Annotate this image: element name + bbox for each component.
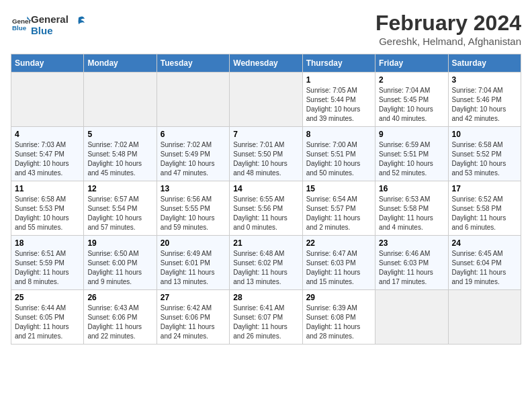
- day-content: Sunrise: 6:57 AMSunset: 5:54 PMDaylight:…: [87, 195, 152, 232]
- calendar-header-row: SundayMondayTuesdayWednesdayThursdayFrid…: [11, 54, 521, 73]
- day-content: Sunrise: 6:43 AMSunset: 6:06 PMDaylight:…: [87, 304, 152, 341]
- day-content: Sunrise: 7:02 AMSunset: 5:49 PMDaylight:…: [161, 140, 226, 178]
- weekday-header-sunday: Sunday: [11, 54, 84, 73]
- day-number: 7: [233, 130, 298, 139]
- day-number: 17: [452, 184, 517, 193]
- day-content: Sunrise: 6:41 AMSunset: 6:07 PMDaylight:…: [233, 304, 298, 341]
- day-content: Sunrise: 6:50 AMSunset: 6:00 PMDaylight:…: [87, 249, 152, 287]
- day-content: Sunrise: 7:05 AMSunset: 5:44 PMDaylight:…: [306, 86, 371, 124]
- day-content: Sunrise: 6:48 AMSunset: 6:02 PMDaylight:…: [233, 249, 298, 287]
- logo: General Blue General Blue: [11, 13, 86, 37]
- calendar-cell: 4Sunrise: 7:03 AMSunset: 5:47 PMDaylight…: [11, 127, 84, 181]
- calendar-cell: [11, 73, 84, 127]
- day-number: 6: [161, 130, 226, 139]
- day-number: 14: [233, 184, 298, 193]
- logo-line1: General: [31, 13, 69, 25]
- day-number: 16: [379, 184, 444, 193]
- calendar-cell: 26Sunrise: 6:43 AMSunset: 6:06 PMDayligh…: [84, 290, 157, 345]
- day-content: Sunrise: 6:58 AMSunset: 5:53 PMDaylight:…: [15, 195, 80, 232]
- day-content: Sunrise: 6:39 AMSunset: 6:08 PMDaylight:…: [306, 304, 371, 341]
- calendar-cell: [375, 290, 448, 345]
- weekday-header-tuesday: Tuesday: [157, 54, 229, 73]
- day-content: Sunrise: 6:47 AMSunset: 6:03 PMDaylight:…: [306, 249, 371, 287]
- day-content: Sunrise: 7:04 AMSunset: 5:46 PMDaylight:…: [452, 86, 517, 124]
- calendar-table: SundayMondayTuesdayWednesdayThursdayFrid…: [11, 54, 521, 345]
- day-content: Sunrise: 6:55 AMSunset: 5:56 PMDaylight:…: [233, 195, 298, 232]
- calendar-cell: 27Sunrise: 6:42 AMSunset: 6:06 PMDayligh…: [157, 290, 229, 345]
- day-content: Sunrise: 6:56 AMSunset: 5:55 PMDaylight:…: [161, 195, 226, 232]
- calendar-cell: 19Sunrise: 6:50 AMSunset: 6:00 PMDayligh…: [84, 236, 157, 290]
- day-number: 3: [452, 75, 517, 85]
- day-content: Sunrise: 6:51 AMSunset: 5:59 PMDaylight:…: [15, 249, 80, 287]
- calendar-cell: 18Sunrise: 6:51 AMSunset: 5:59 PMDayligh…: [11, 236, 84, 290]
- day-number: 29: [306, 293, 371, 302]
- calendar-cell: 21Sunrise: 6:48 AMSunset: 6:02 PMDayligh…: [230, 236, 302, 290]
- calendar-week-1: 1Sunrise: 7:05 AMSunset: 5:44 PMDaylight…: [11, 73, 521, 127]
- calendar-cell: 7Sunrise: 7:01 AMSunset: 5:50 PMDaylight…: [230, 127, 302, 181]
- day-number: 12: [87, 184, 152, 193]
- day-content: Sunrise: 6:52 AMSunset: 5:58 PMDaylight:…: [452, 195, 517, 232]
- day-number: 23: [379, 238, 444, 248]
- calendar-cell: 13Sunrise: 6:56 AMSunset: 5:55 PMDayligh…: [157, 181, 229, 236]
- calendar-cell: 14Sunrise: 6:55 AMSunset: 5:56 PMDayligh…: [230, 181, 302, 236]
- calendar-cell: 12Sunrise: 6:57 AMSunset: 5:54 PMDayligh…: [84, 181, 157, 236]
- calendar-cell: 22Sunrise: 6:47 AMSunset: 6:03 PMDayligh…: [302, 236, 375, 290]
- day-content: Sunrise: 7:03 AMSunset: 5:47 PMDaylight:…: [15, 140, 80, 178]
- weekday-header-saturday: Saturday: [448, 54, 521, 73]
- day-content: Sunrise: 6:58 AMSunset: 5:52 PMDaylight:…: [452, 140, 517, 178]
- calendar-week-5: 25Sunrise: 6:44 AMSunset: 6:05 PMDayligh…: [11, 290, 521, 345]
- calendar-week-4: 18Sunrise: 6:51 AMSunset: 5:59 PMDayligh…: [11, 236, 521, 290]
- day-number: 19: [87, 238, 152, 248]
- day-number: 11: [15, 184, 80, 193]
- day-content: Sunrise: 7:00 AMSunset: 5:51 PMDaylight:…: [306, 140, 371, 178]
- day-content: Sunrise: 6:54 AMSunset: 5:57 PMDaylight:…: [306, 195, 371, 232]
- calendar-cell: 8Sunrise: 7:00 AMSunset: 5:51 PMDaylight…: [302, 127, 375, 181]
- day-content: Sunrise: 6:49 AMSunset: 6:01 PMDaylight:…: [161, 249, 226, 287]
- day-number: 22: [306, 238, 371, 248]
- calendar-cell: 16Sunrise: 6:53 AMSunset: 5:58 PMDayligh…: [375, 181, 448, 236]
- day-content: Sunrise: 6:46 AMSunset: 6:03 PMDaylight:…: [379, 249, 444, 287]
- weekday-header-wednesday: Wednesday: [230, 54, 302, 73]
- calendar-cell: 11Sunrise: 6:58 AMSunset: 5:53 PMDayligh…: [11, 181, 84, 236]
- day-content: Sunrise: 6:59 AMSunset: 5:51 PMDaylight:…: [379, 140, 444, 178]
- day-content: Sunrise: 7:01 AMSunset: 5:50 PMDaylight:…: [233, 140, 298, 178]
- calendar-cell: 3Sunrise: 7:04 AMSunset: 5:46 PMDaylight…: [448, 73, 521, 127]
- calendar-cell: 2Sunrise: 7:04 AMSunset: 5:45 PMDaylight…: [375, 73, 448, 127]
- calendar-cell: 1Sunrise: 7:05 AMSunset: 5:44 PMDaylight…: [302, 73, 375, 127]
- day-number: 27: [161, 293, 226, 302]
- day-number: 1: [306, 75, 371, 85]
- calendar-week-2: 4Sunrise: 7:03 AMSunset: 5:47 PMDaylight…: [11, 127, 521, 181]
- calendar-cell: 25Sunrise: 6:44 AMSunset: 6:05 PMDayligh…: [11, 290, 84, 345]
- day-content: Sunrise: 7:02 AMSunset: 5:48 PMDaylight:…: [87, 140, 152, 178]
- day-number: 2: [379, 75, 444, 85]
- title-block: February 2024 Gereshk, Helmand, Afghanis…: [375, 11, 521, 47]
- calendar-cell: 23Sunrise: 6:46 AMSunset: 6:03 PMDayligh…: [375, 236, 448, 290]
- logo-line2: Blue: [31, 25, 69, 36]
- day-content: Sunrise: 6:42 AMSunset: 6:06 PMDaylight:…: [161, 304, 226, 341]
- calendar-cell: [84, 73, 157, 127]
- calendar-cell: 6Sunrise: 7:02 AMSunset: 5:49 PMDaylight…: [157, 127, 229, 181]
- day-content: Sunrise: 6:45 AMSunset: 6:04 PMDaylight:…: [452, 249, 517, 287]
- calendar-cell: 17Sunrise: 6:52 AMSunset: 5:58 PMDayligh…: [448, 181, 521, 236]
- page-subtitle: Gereshk, Helmand, Afghanistan: [375, 36, 521, 47]
- calendar-cell: 15Sunrise: 6:54 AMSunset: 5:57 PMDayligh…: [302, 181, 375, 236]
- calendar-cell: [157, 73, 229, 127]
- day-number: 21: [233, 238, 298, 248]
- day-number: 24: [452, 238, 517, 248]
- day-number: 13: [161, 184, 226, 193]
- day-number: 8: [306, 130, 371, 139]
- calendar-cell: 28Sunrise: 6:41 AMSunset: 6:07 PMDayligh…: [230, 290, 302, 345]
- calendar-cell: 24Sunrise: 6:45 AMSunset: 6:04 PMDayligh…: [448, 236, 521, 290]
- day-number: 25: [15, 293, 80, 302]
- day-number: 9: [379, 130, 444, 139]
- calendar-cell: 29Sunrise: 6:39 AMSunset: 6:08 PMDayligh…: [302, 290, 375, 345]
- day-number: 15: [306, 184, 371, 193]
- day-content: Sunrise: 6:53 AMSunset: 5:58 PMDaylight:…: [379, 195, 444, 232]
- logo-bird-icon: [71, 15, 86, 30]
- day-number: 4: [15, 130, 80, 139]
- page-header: General Blue General Blue February 2024 …: [11, 11, 521, 47]
- calendar-cell: 10Sunrise: 6:58 AMSunset: 5:52 PMDayligh…: [448, 127, 521, 181]
- day-content: Sunrise: 6:44 AMSunset: 6:05 PMDaylight:…: [15, 304, 80, 341]
- weekday-header-friday: Friday: [375, 54, 448, 73]
- calendar-week-3: 11Sunrise: 6:58 AMSunset: 5:53 PMDayligh…: [11, 181, 521, 236]
